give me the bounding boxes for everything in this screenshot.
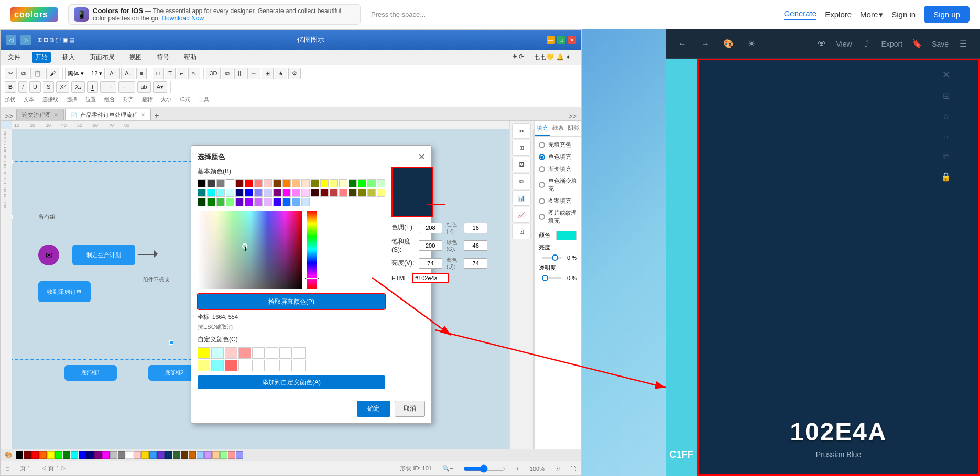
tab-product-order-close[interactable]: ✕ <box>141 112 145 118</box>
cp-close-button[interactable]: ✕ <box>418 152 425 162</box>
statusbar-fit-btn[interactable]: ⊡ <box>555 465 560 472</box>
cp-cell-y2[interactable] <box>358 189 366 197</box>
cp-cell-r1[interactable] <box>311 189 319 197</box>
cv-html-input[interactable] <box>412 273 449 283</box>
ribbon-flip-btn[interactable]: ↔ <box>247 68 260 79</box>
cp-cell-y4[interactable] <box>377 189 385 197</box>
nav-sign-in[interactable]: Sign in <box>891 10 916 19</box>
cp-cell-b3[interactable] <box>292 198 300 206</box>
cr-undo-button[interactable]: ← <box>674 36 691 52</box>
cc-navy[interactable] <box>86 451 94 459</box>
cc-darkgreen[interactable] <box>173 451 180 459</box>
cp-cell-palegreen[interactable] <box>377 179 385 187</box>
cc-magenta[interactable] <box>102 451 110 459</box>
tab-flow-chart[interactable]: 论文流程图 ✕ <box>16 109 64 120</box>
cp-cancel-button[interactable]: 取消 <box>395 401 425 417</box>
ribbon-underline-btn[interactable]: U <box>29 81 41 93</box>
cr-arrows-icon[interactable]: ↔ <box>942 132 950 141</box>
cp-cell-p4[interactable] <box>264 198 272 206</box>
cp-hue-bar[interactable] <box>307 211 317 289</box>
ribbon-fontcolor-btn[interactable]: T̲ <box>87 81 98 93</box>
menu-start[interactable]: 开始 <box>32 52 51 63</box>
cp-custom-cell-13[interactable] <box>252 360 265 371</box>
cp-cell-yellow[interactable] <box>320 179 329 187</box>
sw-maximize-button[interactable]: □ <box>557 36 565 44</box>
cp-custom-cell-5[interactable] <box>252 347 265 359</box>
cp-custom-cell-4[interactable] <box>238 347 251 359</box>
rp-tab-line[interactable]: 线条 <box>550 121 566 136</box>
brightness-slider[interactable] <box>542 257 562 259</box>
statusbar-zoom-in[interactable]: + <box>516 466 519 472</box>
cp-cell-teal[interactable] <box>198 189 206 197</box>
cp-custom-cell-1[interactable] <box>198 347 210 359</box>
canvas-tool-image[interactable]: 🖼 <box>512 157 531 172</box>
cp-cell-palemagenta[interactable] <box>301 189 310 197</box>
cp-cell-paleyellow[interactable] <box>339 179 347 187</box>
statusbar-add-page[interactable]: + <box>77 466 80 472</box>
cp-cell-g2[interactable] <box>207 198 215 206</box>
cp-custom-cell-16[interactable] <box>293 360 306 371</box>
tab-add-btn[interactable]: + <box>154 111 159 120</box>
cr-redo-button[interactable]: → <box>697 36 714 52</box>
fill-option-none[interactable]: 无填充色 <box>539 141 577 149</box>
cc-silver[interactable] <box>110 451 117 459</box>
canvas-tool-expand[interactable]: ≫ <box>512 123 531 139</box>
ribbon-tool-btn[interactable]: ⚙ <box>288 68 301 79</box>
flow-box-bottom1[interactable]: 底部框1 <box>64 365 117 381</box>
sw-minimize-button[interactable]: — <box>547 36 555 44</box>
cp-cell-red[interactable] <box>245 179 253 187</box>
cc-lightpink[interactable] <box>134 451 141 459</box>
ribbon-connector-btn[interactable]: ⌐ <box>177 68 187 79</box>
color-swatch[interactable] <box>556 231 577 240</box>
cc-palegreen[interactable] <box>220 451 227 459</box>
cv-hue-input[interactable] <box>419 223 442 233</box>
cc-orange[interactable] <box>39 451 47 459</box>
fill-option-solid[interactable]: 单色填充 <box>539 153 577 161</box>
sw-forward-button[interactable]: ▷ <box>20 35 31 45</box>
ribbon-strike-btn[interactable]: S <box>43 81 54 93</box>
cc-darkred[interactable] <box>24 451 31 459</box>
cc-darkorange[interactable] <box>189 451 196 459</box>
ribbon-cut-btn[interactable]: ✂ <box>5 68 17 79</box>
logo[interactable]: coolors <box>10 7 58 22</box>
ribbon-copy-btn[interactable]: ⧉ <box>18 68 29 79</box>
cr-sun-icon[interactable]: ☀ <box>743 36 760 52</box>
cp-eyedropper-button[interactable]: 拾取屏幕颜色(P) <box>198 294 385 309</box>
cc-cyan[interactable] <box>71 451 78 459</box>
cv-bright-input[interactable] <box>419 258 442 269</box>
cp-custom-cell-11[interactable] <box>225 360 237 371</box>
cp-spectrum[interactable]: + <box>198 211 302 289</box>
cr-copy-icon[interactable]: ⧉ <box>943 152 949 161</box>
cp-cell-green[interactable] <box>358 179 366 187</box>
ribbon-layer-btn[interactable]: ⧉ <box>222 68 233 79</box>
cp-cell-darkblue[interactable] <box>235 189 244 197</box>
ribbon-align-btn[interactable]: ≡ <box>136 68 147 79</box>
fill-option-single-gradient[interactable]: 单色渐变填充 <box>539 177 577 193</box>
ribbon-font-shrink-btn[interactable]: A↓ <box>121 68 135 79</box>
cc-red[interactable] <box>31 451 39 459</box>
cp-cell-lightmagenta[interactable] <box>292 189 300 197</box>
menu-insert[interactable]: 插入 <box>59 52 78 63</box>
cc-lavender[interactable] <box>204 451 212 459</box>
ribbon-super-btn[interactable]: X² <box>56 81 69 93</box>
ribbon-text-btn[interactable]: T <box>165 68 176 79</box>
cp-custom-cell-14[interactable] <box>266 360 278 371</box>
ribbon-italic-btn[interactable]: I <box>18 81 27 93</box>
statusbar-zoom-out[interactable]: 🔍− <box>442 465 453 472</box>
cv-blue-input[interactable] <box>464 258 487 269</box>
cp-cell-darkgreen[interactable] <box>349 179 357 187</box>
cc-brown[interactable] <box>181 451 188 459</box>
ribbon-font-grow-btn[interactable]: A↑ <box>106 68 120 79</box>
ribbon-sub-btn[interactable]: X₂ <box>71 81 84 93</box>
cc-lightblue[interactable] <box>149 451 157 459</box>
cp-cell-g4[interactable] <box>226 198 234 206</box>
cp-custom-cell-6[interactable] <box>266 347 278 359</box>
cp-cell-white[interactable] <box>226 179 234 187</box>
ribbon-shape-btn[interactable]: □ <box>153 68 164 79</box>
cc-peach[interactable] <box>212 451 220 459</box>
cp-cell-lightgreen[interactable] <box>367 179 376 187</box>
sw-close-button[interactable]: ✕ <box>568 36 576 44</box>
cp-cell-darkred[interactable] <box>235 179 244 187</box>
cp-cell-paleblue[interactable] <box>264 189 272 197</box>
menu-view[interactable]: 视图 <box>126 52 145 63</box>
